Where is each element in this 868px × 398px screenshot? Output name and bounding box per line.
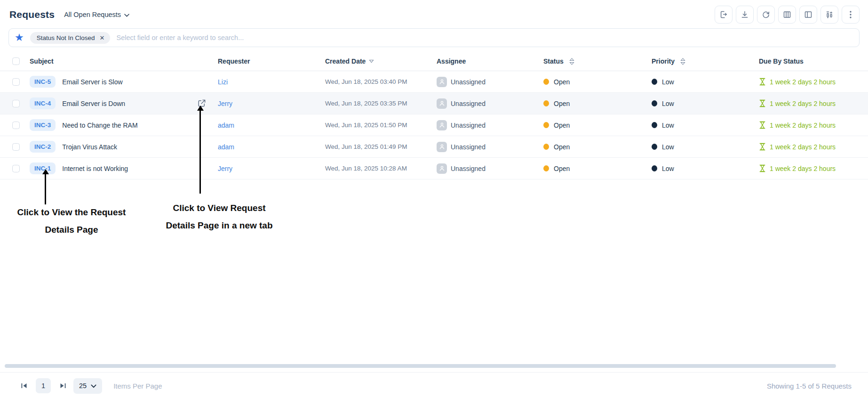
filter-chip[interactable]: Status Not In Closed ✕: [30, 32, 111, 44]
row-checkbox[interactable]: [12, 78, 20, 86]
select-all-checkbox[interactable]: [12, 57, 20, 65]
column-label: Status: [543, 57, 564, 65]
filter-bar: ★ Status Not In Closed ✕ Select field or…: [8, 28, 860, 47]
hourglass-icon: [759, 143, 766, 151]
column-label: Due By Status: [759, 57, 804, 65]
favorite-star-icon[interactable]: ★: [15, 32, 24, 43]
refresh-button[interactable]: [757, 6, 775, 24]
row-checkbox[interactable]: [12, 100, 20, 107]
due-by-status-text: 1 week 2 days 2 hours: [770, 100, 836, 107]
chevron-down-icon: [91, 382, 96, 390]
customize-button[interactable]: [820, 6, 838, 24]
requester-link[interactable]: Jerry: [218, 100, 232, 107]
row-checkbox[interactable]: [12, 122, 20, 129]
download-button[interactable]: [736, 6, 754, 24]
table-row[interactable]: INC-1 Internet is not Working Jerry Wed,…: [0, 158, 868, 179]
requester-link[interactable]: adam: [218, 122, 234, 129]
columns-button[interactable]: [778, 6, 796, 24]
request-id-badge[interactable]: INC-2: [30, 141, 56, 153]
hourglass-icon: [759, 121, 766, 129]
columns-icon: [783, 10, 791, 19]
status-label: Open: [554, 100, 570, 107]
sort-both-icon[interactable]: [680, 58, 685, 65]
kebab-menu-icon: [850, 10, 852, 19]
more-options-button[interactable]: [842, 6, 860, 24]
avatar-icon: [437, 163, 447, 174]
due-by-status-text: 1 week 2 days 2 hours: [770, 122, 836, 129]
column-header-assignee[interactable]: Assignee: [433, 57, 540, 65]
first-page-button[interactable]: [19, 381, 29, 391]
chip-close-icon[interactable]: ✕: [100, 34, 105, 41]
refresh-icon: [762, 10, 770, 19]
created-date: Wed, Jun 18, 2025 01:49 PM: [325, 143, 407, 150]
horizontal-scrollbar[interactable]: [5, 364, 836, 368]
created-date: Wed, Jun 18, 2025 03:40 PM: [325, 78, 407, 85]
column-header-subject[interactable]: Subject: [26, 57, 214, 65]
table-row[interactable]: INC-5 Email Server is Slow Lizi Wed, Jun…: [0, 71, 868, 93]
request-subject[interactable]: Email Server is Down: [62, 100, 125, 107]
request-subject[interactable]: Trojan Virus Attack: [62, 143, 117, 151]
filter-chip-label: Status Not In Closed: [37, 34, 95, 41]
column-label: Priority: [652, 57, 675, 65]
download-icon: [741, 10, 749, 19]
created-date: Wed, Jun 18, 2025 03:35 PM: [325, 100, 407, 107]
request-id-badge[interactable]: INC-4: [30, 97, 56, 109]
priority-dot: [652, 79, 657, 85]
table-header: Subject Requester Created Date Assignee …: [0, 52, 868, 71]
status-dot: [543, 79, 549, 85]
requester-link[interactable]: adam: [218, 143, 234, 151]
annotation-view-details-new-tab: Click to View Request Details Page in a …: [155, 199, 283, 234]
annotation-arrow-request-badge: [45, 173, 46, 204]
table-row[interactable]: INC-3 Need to Change the RAM adam Wed, J…: [0, 114, 868, 136]
created-date: Wed, Jun 18, 2025 10:28 AM: [325, 165, 407, 172]
export-icon: [719, 10, 728, 19]
table-row[interactable]: INC-4 Email Server is Down Jerry Wed, Ju…: [0, 93, 868, 114]
request-id-badge[interactable]: INC-3: [30, 119, 56, 131]
last-page-button[interactable]: [57, 381, 68, 391]
status-dot: [543, 165, 549, 171]
priority-label: Low: [662, 100, 674, 107]
priority-dot: [652, 122, 657, 128]
customize-icon: [825, 10, 834, 19]
export-button[interactable]: [715, 6, 733, 24]
pagination-bar: 1 25 Items Per Page Showing 1-5 of 5 Req…: [0, 375, 868, 397]
view-selector-dropdown[interactable]: All Open Requests: [64, 11, 129, 18]
assignee-name: Unassigned: [451, 78, 486, 86]
column-header-due-by-status[interactable]: Due By Status: [753, 57, 868, 65]
request-id-badge[interactable]: INC-5: [30, 76, 56, 88]
column-header-created-date[interactable]: Created Date: [322, 57, 433, 65]
requester-link[interactable]: Jerry: [218, 165, 232, 172]
hourglass-icon: [759, 78, 766, 86]
status-label: Open: [554, 165, 570, 172]
priority-dot: [652, 100, 657, 106]
request-subject[interactable]: Internet is not Working: [62, 165, 128, 172]
page-title: Requests: [9, 9, 55, 20]
chevron-down-icon: [124, 11, 129, 18]
footer-divider: [0, 372, 868, 373]
requester-link[interactable]: Lizi: [218, 78, 228, 86]
per-page-value: 25: [79, 382, 87, 390]
search-input[interactable]: Select field or enter a keyword to searc…: [116, 34, 853, 41]
sort-both-icon[interactable]: [569, 58, 574, 65]
status-label: Open: [554, 122, 570, 129]
items-per-page-label: Items Per Page: [113, 382, 162, 390]
status-label: Open: [554, 78, 570, 86]
row-checkbox[interactable]: [12, 143, 20, 151]
page-number-button[interactable]: 1: [36, 378, 51, 393]
items-per-page-select[interactable]: 25: [73, 378, 102, 394]
column-header-requester[interactable]: Requester: [214, 57, 322, 65]
avatar-icon: [437, 98, 447, 109]
row-checkbox[interactable]: [12, 165, 20, 172]
priority-label: Low: [662, 143, 674, 151]
hourglass-icon: [759, 164, 766, 172]
top-bar: Requests All Open Requests: [0, 0, 868, 26]
request-subject[interactable]: Need to Change the RAM: [62, 122, 137, 129]
column-header-status[interactable]: Status: [540, 57, 648, 65]
split-view-button[interactable]: [799, 6, 817, 24]
table-row[interactable]: INC-2 Trojan Virus Attack adam Wed, Jun …: [0, 136, 868, 158]
request-subject[interactable]: Email Server is Slow: [62, 78, 122, 86]
sort-desc-icon[interactable]: [369, 59, 374, 63]
column-header-priority[interactable]: Priority: [648, 57, 753, 65]
avatar-icon: [437, 142, 447, 152]
toolbar: [715, 6, 860, 24]
